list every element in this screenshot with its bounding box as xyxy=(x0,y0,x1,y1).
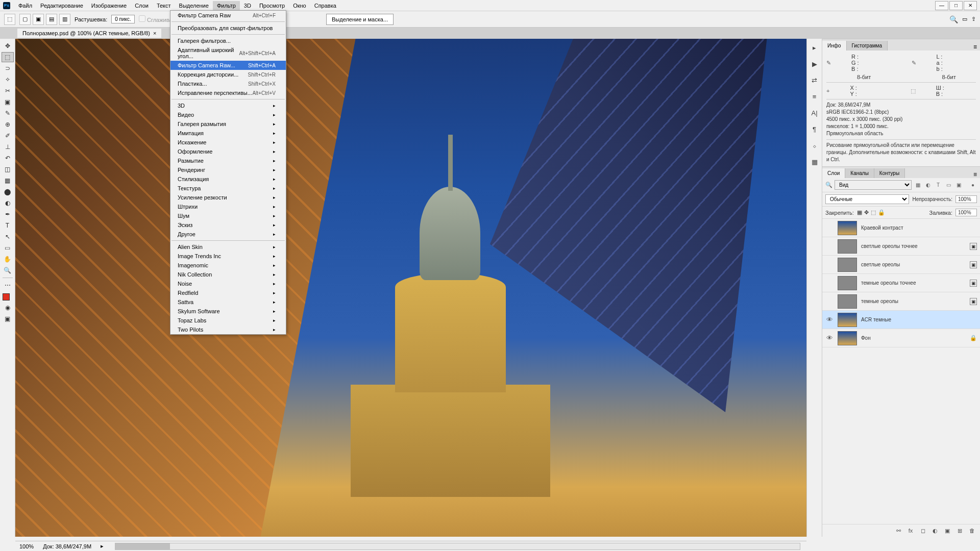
tab-paths[interactable]: Контуры xyxy=(874,168,905,178)
menu-item[interactable]: Nik Collection▸ xyxy=(170,270,286,279)
intersect-selection-icon[interactable]: ▥ xyxy=(59,14,70,25)
move-tool[interactable]: ✥ xyxy=(2,41,14,51)
mask-icon[interactable]: ◻ xyxy=(919,527,927,535)
search-icon[interactable]: 🔍 xyxy=(949,15,958,23)
share-icon[interactable]: ⇪ xyxy=(971,16,976,22)
minimize-button[interactable]: — xyxy=(935,1,948,10)
menu-выделение[interactable]: Выделение xyxy=(175,1,213,10)
marquee-tool[interactable]: ⬚ xyxy=(2,52,14,62)
menu-item[interactable]: Two Pilots▸ xyxy=(170,325,286,334)
menu-просмотр[interactable]: Просмотр xyxy=(255,1,289,10)
pen-tool[interactable]: ✒ xyxy=(2,209,14,219)
opacity-input[interactable]: 100% xyxy=(955,195,977,203)
menu-item[interactable]: Рендеринг▸ xyxy=(170,165,286,174)
layer-name[interactable]: темные ореолы xyxy=(861,298,966,304)
visibility-icon[interactable]: 👁 xyxy=(825,316,834,323)
menu-item[interactable]: Стилизация▸ xyxy=(170,174,286,184)
maximize-button[interactable]: □ xyxy=(949,1,963,10)
layer-name[interactable]: ACR темные xyxy=(861,317,977,322)
menu-справка[interactable]: Справка xyxy=(310,1,340,10)
menu-item[interactable]: Noise▸ xyxy=(170,279,286,288)
menu-фильтр[interactable]: Фильтр xyxy=(213,1,240,10)
horizontal-scrollbar[interactable] xyxy=(115,543,800,550)
layer-thumbnail[interactable] xyxy=(838,331,857,345)
filter-shape-icon[interactable]: ▭ xyxy=(944,181,952,189)
crop-tool[interactable]: ✂ xyxy=(2,86,14,96)
menu-item[interactable]: Skylum Software▸ xyxy=(170,307,286,316)
brush-panel-icon[interactable]: ≡ xyxy=(809,91,820,102)
quick-mask-tool[interactable]: ◉ xyxy=(2,303,14,313)
layer-thumbnail[interactable] xyxy=(838,258,857,272)
layer-item[interactable]: Краевой контраст xyxy=(822,219,980,237)
menu-item[interactable]: Усиление резкости▸ xyxy=(170,193,286,202)
trash-icon[interactable]: 🗑 xyxy=(968,527,976,535)
add-selection-icon[interactable]: ▣ xyxy=(33,14,44,25)
feather-input[interactable]: 0 пикс. xyxy=(111,15,135,23)
group-icon[interactable]: ▣ xyxy=(943,527,951,535)
link-icon[interactable]: ⚯ xyxy=(894,527,902,535)
layer-name[interactable]: темные ореолы точнее xyxy=(861,280,966,286)
layer-name[interactable]: светлые ореолы xyxy=(861,262,966,267)
path-tool[interactable]: ↖ xyxy=(2,232,14,242)
brush-tool[interactable]: ✐ xyxy=(2,131,14,141)
tab-layers[interactable]: Слои xyxy=(822,168,845,178)
lock-all-icon[interactable]: 🔒 xyxy=(878,209,885,216)
menu-файл[interactable]: Файл xyxy=(14,1,36,10)
adjust-icon[interactable]: ⇄ xyxy=(809,74,820,86)
select-mask-button[interactable]: Выделение и маска... xyxy=(326,14,394,25)
foreground-color[interactable] xyxy=(3,293,10,300)
menu-item[interactable]: Коррекция дисторсии...Shift+Ctrl+R xyxy=(170,70,286,79)
menu-текст[interactable]: Текст xyxy=(153,1,175,10)
menu-item[interactable]: Преобразовать для смарт-фильтров xyxy=(170,23,286,33)
menu-item[interactable]: Искажение▸ xyxy=(170,138,286,147)
new-selection-icon[interactable]: ▢ xyxy=(19,14,31,25)
lasso-tool[interactable]: ⊃ xyxy=(2,63,14,73)
menu-item[interactable]: Имитация▸ xyxy=(170,129,286,138)
menu-item[interactable]: Alien Skin▸ xyxy=(170,242,286,252)
swatches-icon[interactable]: ▦ xyxy=(809,156,820,167)
blur-tool[interactable]: ⬤ xyxy=(2,187,14,197)
layer-item[interactable]: темные ореолы▣ xyxy=(822,292,980,311)
layer-item[interactable]: светлые ореолы точнее▣ xyxy=(822,237,980,256)
filter-toggle-icon[interactable]: ● xyxy=(969,181,977,189)
fill-input[interactable]: 100% xyxy=(955,209,977,216)
screen-mode-tool[interactable]: ▣ xyxy=(2,314,14,324)
menu-item[interactable]: Адаптивный широкий угол...Alt+Shift+Ctrl… xyxy=(170,45,286,61)
menu-окно[interactable]: Окно xyxy=(289,1,310,10)
lock-position-icon[interactable]: ✥ xyxy=(864,209,869,216)
menu-item[interactable]: Topaz Labs▸ xyxy=(170,316,286,325)
lock-pixels-icon[interactable]: ▦ xyxy=(857,209,862,216)
menu-слои[interactable]: Слои xyxy=(131,1,153,10)
workspace-icon[interactable]: ▭ xyxy=(962,16,967,22)
menu-редактирование[interactable]: Редактирование xyxy=(36,1,87,10)
tab-channels[interactable]: Каналы xyxy=(845,168,874,178)
menu-item[interactable]: Текстура▸ xyxy=(170,184,286,193)
blend-mode-select[interactable]: Обычные xyxy=(825,194,909,204)
edit-toolbar[interactable]: ⋯ xyxy=(2,280,14,290)
menu-изображение[interactable]: Изображение xyxy=(87,1,131,10)
zoom-tool[interactable]: 🔍 xyxy=(2,265,14,276)
tool-preset-icon[interactable]: ⬚ xyxy=(4,14,15,25)
menu-item[interactable]: Sattva▸ xyxy=(170,297,286,307)
panel-menu-icon[interactable]: ≡ xyxy=(970,43,980,51)
layer-item[interactable]: светлые ореолы▣ xyxy=(822,256,980,274)
shape-tool[interactable]: ▭ xyxy=(2,243,14,253)
menu-item[interactable]: Фильтр Camera RawAlt+Ctrl+F xyxy=(170,11,286,20)
menu-item[interactable]: Размытие▸ xyxy=(170,156,286,165)
layer-name[interactable]: светлые ореолы точнее xyxy=(861,243,966,249)
layer-thumbnail[interactable] xyxy=(838,276,857,290)
filter-pixel-icon[interactable]: ▦ xyxy=(914,181,922,189)
canvas-area[interactable] xyxy=(15,39,806,537)
dodge-tool[interactable]: ◐ xyxy=(2,198,14,208)
tab-histogram[interactable]: Гистограмма xyxy=(847,41,888,51)
healing-tool[interactable]: ⊕ xyxy=(2,119,14,130)
layer-item[interactable]: темные ореолы точнее▣ xyxy=(822,274,980,292)
panel-menu-icon[interactable]: ≡ xyxy=(970,171,980,178)
document-canvas[interactable] xyxy=(15,39,806,537)
history-brush-tool[interactable]: ↶ xyxy=(2,153,14,163)
layer-thumbnail[interactable] xyxy=(838,294,857,309)
layer-thumbnail[interactable] xyxy=(838,313,857,327)
type-tool[interactable]: T xyxy=(2,220,14,231)
visibility-icon[interactable]: 👁 xyxy=(825,334,834,342)
menu-item[interactable]: Шум▸ xyxy=(170,211,286,220)
